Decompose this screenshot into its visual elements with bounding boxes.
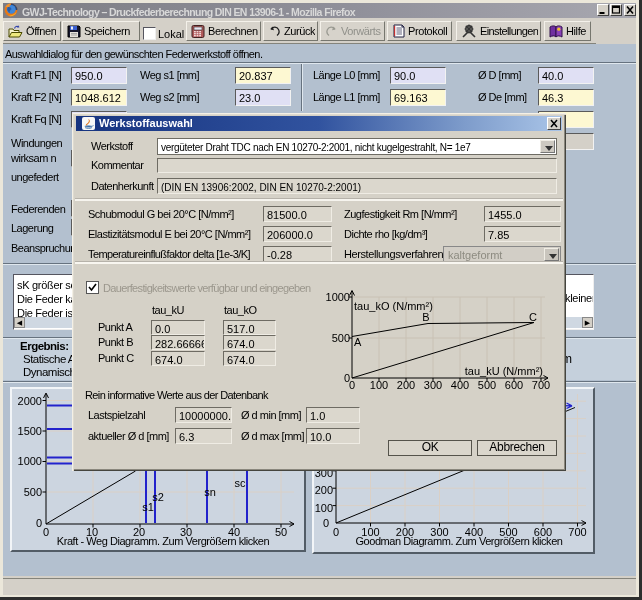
svg-text:0: 0 — [349, 379, 355, 391]
svg-text:0: 0 — [36, 517, 42, 529]
svg-text:0: 0 — [43, 526, 49, 538]
svg-text:1000: 1000 — [18, 455, 42, 467]
svg-text:C: C — [529, 311, 537, 323]
svg-text:Kraft - Weg Diagramm. Zum Verg: Kraft - Weg Diagramm. Zum Vergrößern kli… — [57, 535, 270, 547]
svg-text:200: 200 — [315, 484, 333, 496]
svg-text:500: 500 — [24, 486, 42, 498]
svg-text:B: B — [422, 311, 429, 323]
svg-text:100: 100 — [315, 502, 333, 514]
svg-text:700: 700 — [568, 526, 586, 538]
svg-text:1500: 1500 — [18, 425, 42, 437]
svg-text:0: 0 — [333, 526, 339, 538]
svg-text:1000: 1000 — [326, 291, 350, 303]
svg-text:sn: sn — [204, 486, 216, 498]
svg-text:sc: sc — [235, 477, 247, 489]
svg-text:tau_kU (N/mm²): tau_kU (N/mm²) — [465, 365, 543, 377]
svg-text:s2: s2 — [152, 491, 164, 503]
svg-text:0: 0 — [323, 517, 329, 529]
svg-text:A: A — [354, 336, 362, 348]
svg-text:2000: 2000 — [18, 395, 42, 407]
svg-text:tau_kO (N/mm²): tau_kO (N/mm²) — [354, 300, 433, 312]
svg-text:50: 50 — [275, 526, 287, 538]
svg-text:500: 500 — [332, 332, 350, 344]
svg-text:Goodman Diagramm. Zum Vergröße: Goodman Diagramm. Zum Vergrößern klicken — [356, 535, 563, 547]
